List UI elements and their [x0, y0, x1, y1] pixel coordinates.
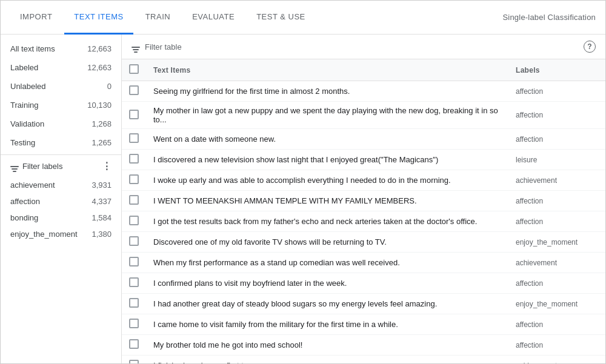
filter-table-icon — [132, 41, 140, 53]
row-checkbox-cell — [122, 102, 146, 129]
sidebar-label-count: 1,380 — [92, 230, 112, 239]
sidebar-label-name: enjoy_the_moment — [10, 230, 78, 239]
row-checkbox-cell — [122, 273, 146, 294]
table-row: I came home to visit family from the mil… — [122, 314, 605, 335]
sidebar-label-name: bonding — [10, 213, 38, 222]
row-checkbox-10[interactable] — [129, 298, 139, 308]
sidebar-item-label: Labeled — [10, 63, 38, 72]
row-label-cell: affection — [508, 335, 605, 356]
row-label-cell: affection — [508, 314, 605, 335]
nav-tab-test-use[interactable]: TEST & USE — [247, 1, 315, 35]
row-checkbox-cell — [122, 191, 146, 211]
row-label-cell: enjoy_the_moment — [508, 294, 605, 314]
sidebar-label-item-affection[interactable]: affection4,337 — [1, 193, 121, 210]
row-label-cell: enjoy_the_moment — [508, 232, 605, 253]
row-checkbox-cell — [122, 314, 146, 335]
nav-tab-train[interactable]: TRAIN — [136, 1, 181, 35]
row-checkbox-5[interactable] — [129, 195, 139, 205]
filter-bar: Filter table ? — [122, 35, 605, 59]
row-checkbox-cell — [122, 232, 146, 253]
row-text-cell: I finished sewing my first top. — [146, 356, 508, 365]
row-checkbox-cell — [122, 253, 146, 273]
sidebar-summary-item[interactable]: Labeled12,663 — [1, 58, 121, 77]
sidebar-summary-item[interactable]: Testing1,265 — [1, 133, 121, 152]
row-checkbox-cell — [122, 335, 146, 356]
row-text-cell: I confirmed plans to visit my boyfriend … — [146, 273, 508, 294]
row-label-cell: affection — [508, 211, 605, 232]
table-row: Discovered one of my old favorite TV sho… — [122, 232, 605, 253]
row-label-cell: achievement — [508, 356, 605, 365]
nav-tab-evaluate[interactable]: EVALUATE — [182, 1, 244, 35]
row-label-cell: achievement — [508, 170, 605, 191]
row-text-cell: I discovered a new television show last … — [146, 150, 508, 170]
sidebar-summary-item[interactable]: All text items12,663 — [1, 39, 121, 58]
sidebar-item-count: 1,268 — [92, 119, 112, 128]
table-row: I woke up early and was able to accompli… — [122, 170, 605, 191]
sidebar-item-label: Validation — [10, 119, 44, 128]
sidebar-label-name: affection — [10, 197, 40, 206]
row-checkbox-cell — [122, 170, 146, 191]
table-row: I WENT TO MEENAKSHI AMMAN TEMPLE WITH MY… — [122, 191, 605, 211]
row-checkbox-6[interactable] — [129, 216, 139, 225]
row-text-cell: Discovered one of my old favorite TV sho… — [146, 232, 508, 253]
row-text-cell: When my first performance as a stand up … — [146, 253, 508, 273]
row-checkbox-13[interactable] — [129, 360, 139, 364]
row-checkbox-12[interactable] — [129, 339, 139, 349]
row-text-cell: I WENT TO MEENAKSHI AMMAN TEMPLE WITH MY… — [146, 191, 508, 211]
row-checkbox-7[interactable] — [129, 236, 139, 246]
row-checkbox-cell — [122, 294, 146, 314]
row-text-cell: My mother in law got a new puppy and we … — [146, 102, 508, 129]
classification-type-label: Single-label Classification — [502, 13, 596, 22]
sidebar-summary-item[interactable]: Unlabeled0 — [1, 77, 121, 96]
sidebar-item-label: All text items — [10, 44, 55, 53]
sidebar-label-item-bonding[interactable]: bonding1,584 — [1, 210, 121, 226]
row-label-cell: affection — [508, 102, 605, 129]
top-nav: IMPORTTEXT ITEMSTRAINEVALUATETEST & USE … — [1, 1, 605, 35]
row-checkbox-2[interactable] — [129, 133, 139, 143]
row-checkbox-8[interactable] — [129, 257, 139, 266]
table-row: I had another great day of steady blood … — [122, 294, 605, 314]
sidebar-item-count: 0 — [107, 82, 112, 91]
sidebar-item-count: 12,663 — [87, 63, 112, 72]
row-text-cell: I had another great day of steady blood … — [146, 294, 508, 314]
sidebar-label-item-enjoy_the_moment[interactable]: enjoy_the_moment1,380 — [1, 226, 121, 242]
row-checkbox-cell — [122, 150, 146, 170]
row-checkbox-3[interactable] — [129, 154, 139, 164]
table-row: My mother in law got a new puppy and we … — [122, 102, 605, 129]
table-row: I confirmed plans to visit my boyfriend … — [122, 273, 605, 294]
nav-tab-text-items[interactable]: TEXT ITEMS — [64, 1, 133, 35]
col-labels: Labels — [508, 59, 605, 81]
sidebar-label-count: 1,584 — [92, 213, 112, 222]
row-text-cell: I came home to visit family from the mil… — [146, 314, 508, 335]
labels-menu-icon[interactable]: ⋮ — [102, 160, 112, 172]
row-checkbox-11[interactable] — [129, 319, 139, 328]
col-checkbox — [122, 59, 146, 81]
sidebar-label-item-achievement[interactable]: achievement3,931 — [1, 177, 121, 193]
row-label-cell: affection — [508, 191, 605, 211]
table-row: Seeing my girlfriend for the first time … — [122, 81, 605, 102]
row-checkbox-1[interactable] — [129, 110, 139, 119]
row-checkbox-cell — [122, 356, 146, 365]
filter-labels-icon — [10, 160, 19, 172]
main-layout: All text items12,663Labeled12,663Unlabel… — [1, 35, 605, 364]
select-all-checkbox[interactable] — [129, 64, 139, 74]
row-checkbox-0[interactable] — [129, 85, 139, 95]
table-row: I finished sewing my first top. achievem… — [122, 356, 605, 365]
filter-labels-row[interactable]: Filter labels ⋮ — [1, 154, 121, 177]
row-checkbox-4[interactable] — [129, 174, 139, 184]
col-text-items: Text Items — [146, 59, 508, 81]
sidebar-item-count: 12,663 — [87, 44, 112, 53]
nav-tab-import[interactable]: IMPORT — [10, 1, 62, 35]
table-row: When my first performance as a stand up … — [122, 253, 605, 273]
row-label-cell: affection — [508, 273, 605, 294]
row-checkbox-9[interactable] — [129, 277, 139, 287]
help-icon[interactable]: ? — [584, 41, 596, 53]
table-row: Went on a date with someone new. affecti… — [122, 129, 605, 150]
sidebar-label-name: achievement — [10, 180, 55, 190]
sidebar-item-label: Training — [10, 101, 38, 110]
sidebar: All text items12,663Labeled12,663Unlabel… — [1, 35, 122, 364]
content-area: Filter table ? Text Items Labels Seei — [122, 35, 605, 364]
filter-table-button[interactable]: Filter table — [132, 41, 182, 53]
sidebar-summary-item[interactable]: Validation1,268 — [1, 114, 121, 133]
sidebar-summary-item[interactable]: Training10,130 — [1, 96, 121, 114]
